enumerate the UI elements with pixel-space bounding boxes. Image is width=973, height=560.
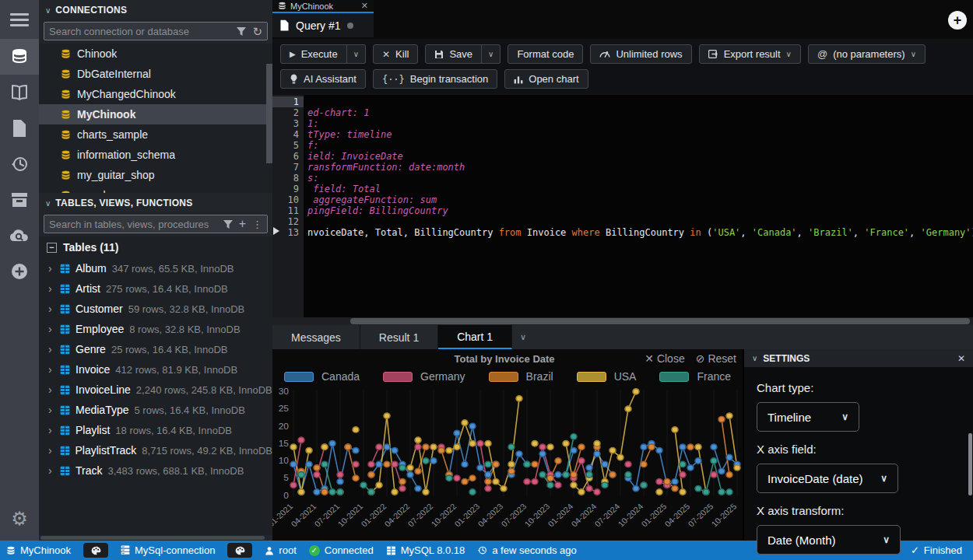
data-point[interactable] [477,465,483,471]
chevron-right-icon[interactable]: › [48,303,54,315]
data-point[interactable] [399,465,406,471]
table-row[interactable]: ›Album347 rows, 65.5 KB, InnoDB [39,258,272,278]
data-point[interactable] [314,489,320,495]
table-row[interactable]: ›Genre25 rows, 16.4 KB, InnoDB [39,339,272,359]
data-point[interactable] [415,437,421,443]
tab-messages[interactable]: Messages [272,325,360,349]
data-point[interactable] [438,447,444,453]
save-dropdown[interactable]: ∨ [482,44,501,64]
settings-scrollbar[interactable] [968,433,972,495]
data-point[interactable] [625,461,631,467]
data-point[interactable] [423,489,429,495]
data-point[interactable] [298,437,304,443]
database-icon[interactable] [0,39,39,75]
data-point[interactable] [485,485,491,491]
table-row[interactable]: ›InvoiceLine2,240 rows, 245.8 KB, InnoDB [39,380,272,400]
data-point[interactable] [718,416,725,422]
legend-item[interactable]: USA [577,370,637,383]
data-point[interactable] [571,434,577,439]
data-point[interactable] [423,458,429,464]
data-point[interactable] [337,489,343,495]
table-row[interactable]: ›Employee8 rows, 32.8 KB, InnoDB [39,319,272,339]
data-point[interactable] [493,478,499,484]
data-point[interactable] [306,461,312,467]
chevron-right-icon[interactable]: › [48,363,54,376]
tables-group-header[interactable]: −Tables (11) [39,236,272,258]
connections-header[interactable]: ∨ CONNECTIONS [39,0,272,20]
data-point[interactable] [314,472,320,478]
data-point[interactable] [353,427,359,432]
data-point[interactable] [446,475,452,481]
collapse-icon[interactable]: − [47,243,57,253]
data-point[interactable] [485,441,491,446]
tab-query-1[interactable]: Query #1 [272,13,374,37]
data-point[interactable] [687,465,694,471]
x-axis-field-select[interactable]: InvoiceDate (date)∨ [757,464,898,493]
data-point[interactable] [485,472,491,478]
filter-icon[interactable] [237,27,246,36]
data-point[interactable] [680,472,686,478]
data-point[interactable] [695,458,701,464]
data-point[interactable] [516,396,522,401]
table-row[interactable]: ›Customer59 rows, 32.8 KB, InnoDB [39,299,272,319]
data-point[interactable] [415,444,421,450]
data-point[interactable] [571,447,577,453]
data-point[interactable] [469,475,476,481]
editor-hscrollbar[interactable] [272,317,973,325]
legend-item[interactable]: Germany [383,370,465,383]
begin-transaction-button[interactable]: {··}Begin transaction [373,69,497,89]
table-row[interactable]: ›Playlist18 rows, 16.4 KB, InnoDB [39,420,272,440]
data-point[interactable] [306,447,312,453]
parameters-button[interactable]: @(no parameters)∨ [808,44,926,64]
file-icon[interactable] [0,110,39,146]
data-point[interactable] [664,478,670,484]
data-point[interactable] [508,461,515,467]
kebab-menu-icon[interactable]: ⋮ [252,219,262,229]
chevron-right-icon[interactable]: › [48,464,54,477]
data-point[interactable] [407,472,413,478]
data-point[interactable] [384,444,390,450]
data-point[interactable] [360,482,367,488]
data-point[interactable] [711,458,717,464]
data-point[interactable] [656,447,662,453]
connection-color-button[interactable] [227,543,252,558]
data-point[interactable] [430,444,437,450]
data-point[interactable] [695,444,701,450]
unlimited-rows-button[interactable]: Unlimited rows [590,44,691,64]
connection-item[interactable]: charts_sample [39,124,272,145]
chevron-right-icon[interactable]: › [48,343,54,355]
data-point[interactable] [586,465,592,471]
data-point[interactable] [454,444,460,450]
data-point[interactable] [641,444,647,450]
data-point[interactable] [586,485,592,491]
data-point[interactable] [539,444,546,450]
data-point[interactable] [368,489,374,495]
data-point[interactable] [718,489,725,495]
data-point[interactable] [539,472,546,478]
data-point[interactable] [485,461,491,467]
data-point[interactable] [625,406,631,411]
export-result-button[interactable]: Export result∨ [699,44,801,64]
chevron-right-icon[interactable]: › [48,282,54,295]
data-point[interactable] [571,472,577,478]
table-row[interactable]: ›Invoice412 rows, 81.9 KB, InnoDB [39,359,272,380]
data-point[interactable] [641,461,647,467]
data-point[interactable] [376,461,382,467]
connection-item[interactable]: MyChinook [39,104,272,124]
execute-button[interactable]: ▶Execute [280,44,347,64]
settings-gear-icon[interactable]: ⚙ [0,497,39,541]
data-point[interactable] [602,482,608,488]
data-point[interactable] [345,444,351,450]
data-point[interactable] [321,489,328,495]
data-point[interactable] [399,478,406,484]
data-point[interactable] [353,447,359,453]
tables-header[interactable]: ∨ TABLES, VIEWS, FUNCTIONS [39,193,272,213]
data-point[interactable] [454,430,460,436]
data-point[interactable] [609,447,616,453]
data-point[interactable] [321,444,328,450]
data-point[interactable] [672,478,678,484]
new-tab-button[interactable]: + [948,11,967,30]
data-point[interactable] [290,461,297,467]
data-point[interactable] [446,447,452,453]
data-point[interactable] [633,389,639,394]
